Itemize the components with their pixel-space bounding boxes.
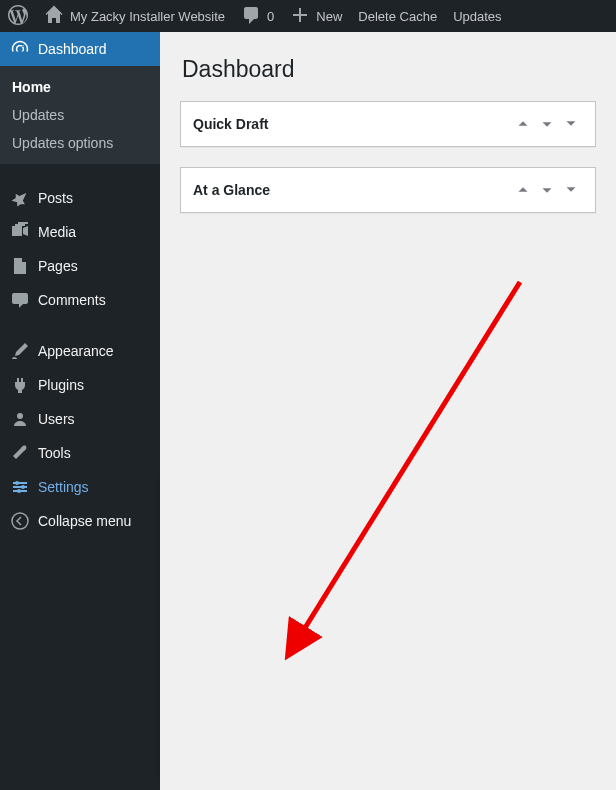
comments-menu[interactable]: 0 [233, 0, 282, 32]
menu-pages-label: Pages [38, 258, 78, 274]
menu-dashboard-label: Dashboard [38, 41, 107, 57]
menu-plugins[interactable]: Plugins [0, 368, 160, 402]
dashboard-widget: Quick Draft [180, 101, 596, 147]
plugin-icon [10, 375, 30, 395]
svg-point-0 [17, 413, 23, 419]
menu-appearance-label: Appearance [38, 343, 114, 359]
submenu-updates[interactable]: Updates [0, 101, 160, 129]
site-name-label: My Zacky Installer Website [70, 9, 225, 24]
menu-tools[interactable]: Tools [0, 436, 160, 470]
media-icon [10, 222, 30, 242]
menu-media-label: Media [38, 224, 76, 240]
submenu-home[interactable]: Home [0, 73, 160, 101]
collapse-icon [10, 511, 30, 531]
admin-sidebar: Dashboard Home Updates Updates options P… [0, 32, 160, 790]
svg-point-3 [17, 489, 21, 493]
page-icon [10, 256, 30, 276]
menu-media[interactable]: Media [0, 215, 160, 249]
menu-posts[interactable]: Posts [0, 181, 160, 215]
updates-link[interactable]: Updates [445, 0, 509, 32]
wrench-icon [10, 443, 30, 463]
home-icon [44, 5, 64, 28]
menu-tools-label: Tools [38, 445, 71, 461]
svg-point-1 [15, 481, 19, 485]
comment-icon [241, 5, 261, 28]
comments-icon [10, 290, 30, 310]
plus-icon [290, 5, 310, 28]
move-up-icon[interactable] [511, 178, 535, 202]
menu-settings[interactable]: Settings [0, 470, 160, 504]
wp-logo-menu[interactable] [0, 0, 36, 32]
svg-point-2 [21, 485, 25, 489]
dashboard-widget: At a Glance [180, 167, 596, 213]
menu-plugins-label: Plugins [38, 377, 84, 393]
main-content: Dashboard Quick Draft At a Glance [160, 32, 616, 790]
svg-point-4 [12, 513, 28, 529]
comments-count: 0 [267, 9, 274, 24]
menu-users[interactable]: Users [0, 402, 160, 436]
collapse-label: Collapse menu [38, 513, 131, 529]
delete-cache-link[interactable]: Delete Cache [350, 0, 445, 32]
brush-icon [10, 341, 30, 361]
widget-title: Quick Draft [193, 116, 511, 132]
users-icon [10, 409, 30, 429]
site-name-menu[interactable]: My Zacky Installer Website [36, 0, 233, 32]
menu-users-label: Users [38, 411, 75, 427]
wordpress-logo-icon [8, 5, 28, 28]
toggle-icon[interactable] [559, 112, 583, 136]
move-up-icon[interactable] [511, 112, 535, 136]
sliders-icon [10, 477, 30, 497]
toggle-icon[interactable] [559, 178, 583, 202]
submenu-updates-options[interactable]: Updates options [0, 129, 160, 157]
pin-icon [10, 188, 30, 208]
admin-toolbar: My Zacky Installer Website 0 New Delete … [0, 0, 616, 32]
widget-header[interactable]: Quick Draft [181, 102, 595, 146]
new-content-menu[interactable]: New [282, 0, 350, 32]
page-title: Dashboard [182, 56, 596, 83]
move-down-icon[interactable] [535, 178, 559, 202]
menu-appearance[interactable]: Appearance [0, 334, 160, 368]
menu-comments[interactable]: Comments [0, 283, 160, 317]
collapse-menu[interactable]: Collapse menu [0, 504, 160, 538]
widget-title: At a Glance [193, 182, 511, 198]
dashboard-icon [10, 39, 30, 59]
menu-dashboard[interactable]: Dashboard [0, 32, 160, 66]
widget-header[interactable]: At a Glance [181, 168, 595, 212]
menu-comments-label: Comments [38, 292, 106, 308]
dashboard-submenu: Home Updates Updates options [0, 66, 160, 164]
move-down-icon[interactable] [535, 112, 559, 136]
menu-settings-label: Settings [38, 479, 89, 495]
menu-posts-label: Posts [38, 190, 73, 206]
new-label: New [316, 9, 342, 24]
menu-pages[interactable]: Pages [0, 249, 160, 283]
